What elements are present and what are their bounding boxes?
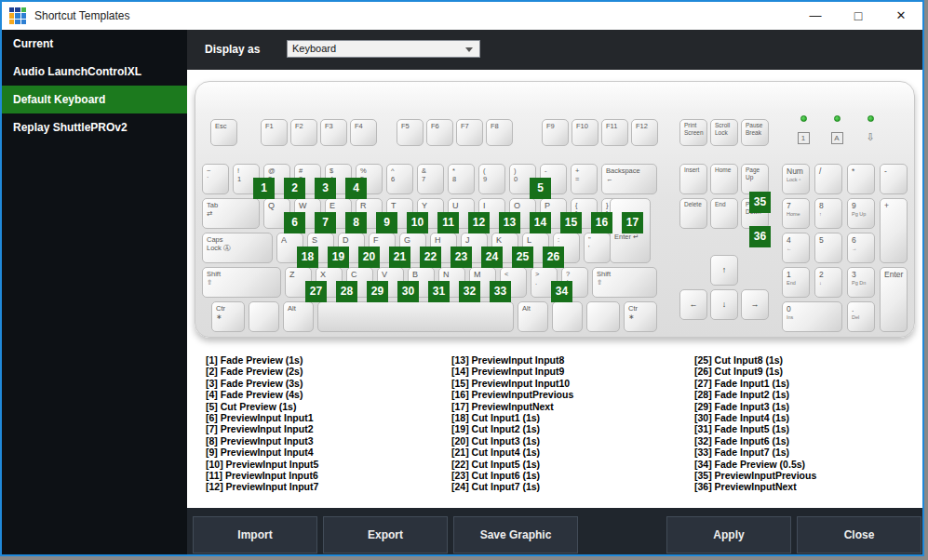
sidebar-item-default-keyboard[interactable]: Default Keyboard: [2, 86, 187, 113]
key-pause[interactable]: PauseBreak: [741, 119, 769, 146]
key-home[interactable]: Home: [710, 164, 738, 194]
key-page[interactable]: PageUp35: [741, 164, 769, 194]
key--[interactable]: ←: [679, 289, 707, 320]
close-button[interactable]: Close: [797, 516, 921, 553]
key-scroll[interactable]: ScrollLock: [710, 119, 738, 146]
sidebar-item-replay-shuttleprov2[interactable]: Replay ShuttlePROv2: [2, 113, 187, 141]
key-3[interactable]: 3Pg Dn: [847, 267, 875, 298]
key-tab[interactable]: Tab⇄: [202, 198, 260, 229]
key-f11[interactable]: F11: [601, 119, 628, 146]
key-label: Print: [684, 122, 706, 129]
app-icon-square: [9, 20, 14, 24]
key-delete[interactable]: Delete: [679, 198, 707, 229]
key-alt[interactable]: Alt: [518, 301, 548, 332]
key-q[interactable]: Q6: [263, 198, 290, 229]
key-z[interactable]: Z27: [285, 267, 312, 298]
key-num[interactable]: NumLock ▫: [782, 164, 810, 194]
key-enter[interactable]: Enter: [880, 267, 908, 332]
display-as-dropdown[interactable]: Keyboard: [287, 40, 480, 58]
key-space[interactable]: [317, 301, 514, 332]
key-f4[interactable]: F4: [350, 119, 377, 146]
maximize-button[interactable]: □: [837, 2, 880, 30]
shortcut-number-badge: 29: [367, 281, 388, 302]
key-f9[interactable]: F9: [542, 119, 569, 146]
key-shift[interactable]: Shift⇧: [592, 267, 657, 298]
key-f3[interactable]: F3: [320, 119, 347, 146]
led-light: [834, 115, 841, 122]
apply-button[interactable]: Apply: [666, 516, 791, 553]
key-1[interactable]: 1End: [782, 267, 810, 298]
key--[interactable]: "': [584, 233, 611, 263]
key-a[interactable]: A18: [276, 233, 303, 263]
key--[interactable]: *8: [448, 164, 475, 194]
key-label: Delete: [684, 201, 706, 208]
key-esc[interactable]: Esc: [210, 119, 237, 146]
save-graphic-button[interactable]: Save Graphic: [453, 516, 578, 553]
key-4[interactable]: 4←: [782, 233, 810, 263]
import-button[interactable]: Import: [193, 516, 317, 553]
key-backspace[interactable]: Backspace←: [601, 164, 657, 194]
key-alt[interactable]: Alt: [283, 301, 314, 332]
key-label: Enter ↵: [614, 233, 650, 241]
close-button[interactable]: ✕: [880, 2, 922, 30]
sidebar-item-audio-launchcontrolxl[interactable]: Audio LaunchControlXL: [2, 58, 187, 86]
key-9[interactable]: 9Pg Up: [847, 198, 875, 229]
key-f1[interactable]: F1: [261, 119, 288, 146]
key-f8[interactable]: F8: [486, 119, 513, 146]
minimize-button[interactable]: —: [794, 2, 837, 30]
key--[interactable]: ~`: [202, 164, 229, 194]
key-blank[interactable]: [552, 301, 583, 332]
key--[interactable]: +=: [571, 164, 598, 194]
key--[interactable]: &7: [417, 164, 444, 194]
key-0[interactable]: 0Ins: [782, 301, 842, 332]
key--[interactable]: (9: [478, 164, 505, 194]
key-f5[interactable]: F5: [397, 119, 424, 146]
key-f6[interactable]: F6: [426, 119, 453, 146]
key--[interactable]: >.34: [531, 267, 558, 298]
key-8[interactable]: 8↑: [814, 198, 842, 229]
key-label: V: [382, 270, 403, 280]
key--[interactable]: -: [880, 164, 908, 194]
key-end[interactable]: End: [710, 198, 738, 229]
key--[interactable]: )05: [509, 164, 536, 194]
shortcut-list-item: [23] Cut Input6 (1s): [451, 470, 689, 481]
key-label: .: [852, 304, 874, 314]
key-caps[interactable]: CapsLock Ⓐ: [202, 233, 273, 263]
key-5[interactable]: 5: [814, 233, 842, 263]
key-ctr[interactable]: Ctr∗: [624, 301, 657, 332]
keyboard-led: ⇩: [863, 115, 878, 145]
key--[interactable]: →: [741, 289, 769, 320]
keyboard-graphic: EscF1F2F3F4F5F6F7F8F9F10F11F12PrintScree…: [195, 81, 915, 338]
key-label: F8: [491, 122, 512, 130]
key--[interactable]: .Del: [847, 301, 875, 332]
key-insert[interactable]: Insert: [679, 164, 707, 194]
key-f2[interactable]: F2: [290, 119, 317, 146]
key--[interactable]: !11: [233, 164, 260, 194]
key-label: F: [373, 235, 395, 246]
shortcut-number-badge: 3: [315, 178, 336, 199]
export-button[interactable]: Export: [323, 516, 448, 553]
key-f12[interactable]: F12: [631, 119, 658, 146]
key--[interactable]: *: [847, 164, 875, 194]
key-blank[interactable]: [586, 301, 620, 332]
key-label: ": [588, 235, 610, 244]
sidebar-item-current[interactable]: Current: [2, 30, 187, 58]
shortcut-number-badge: 28: [336, 281, 357, 302]
key-blank[interactable]: [249, 301, 279, 332]
key--[interactable]: ↑: [710, 255, 738, 286]
key-shift[interactable]: Shift⇧: [202, 267, 281, 298]
key--[interactable]: ↓: [710, 289, 738, 320]
key--[interactable]: +: [880, 198, 908, 263]
shortcut-number-badge: 5: [530, 178, 551, 199]
key--[interactable]: /: [814, 164, 842, 194]
key--[interactable]: ^6: [386, 164, 413, 194]
key-2[interactable]: 2↓: [814, 267, 842, 298]
key-label: Backspace: [606, 167, 656, 175]
key-6[interactable]: 6→: [847, 233, 875, 263]
key-f7[interactable]: F7: [456, 119, 483, 146]
shortcut-list-item: [2] Fade Preview (2s): [206, 366, 443, 377]
key-print[interactable]: PrintScreen: [679, 119, 707, 146]
key-ctr[interactable]: Ctr∗: [211, 301, 245, 332]
key-f10[interactable]: F10: [572, 119, 598, 146]
key-7[interactable]: 7Home: [782, 198, 810, 229]
